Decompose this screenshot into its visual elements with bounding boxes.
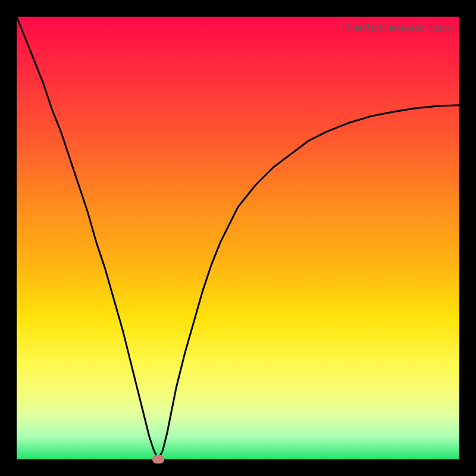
min-marker bbox=[152, 455, 164, 464]
plot-area: TheBottleneck.com bbox=[17, 17, 459, 459]
bottleneck-curve bbox=[17, 17, 459, 459]
curve-svg bbox=[17, 17, 459, 459]
chart-frame: TheBottleneck.com bbox=[0, 0, 476, 476]
